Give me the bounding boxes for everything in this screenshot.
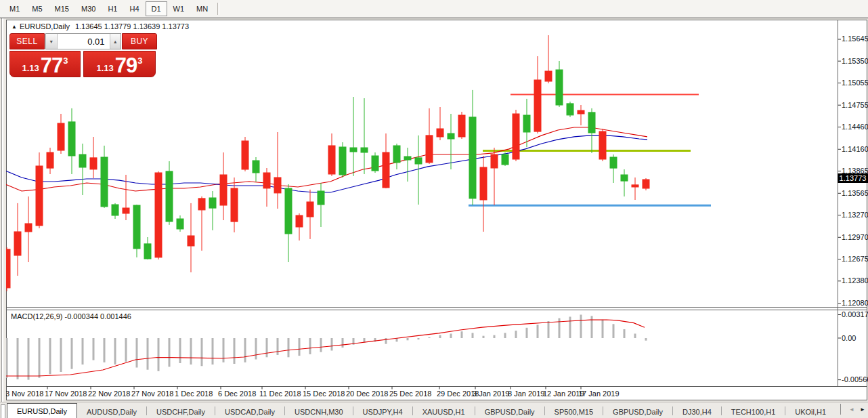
price-tick-label: 1.15055 [842,79,868,87]
tab-eurusd-daily[interactable]: EURUSD,Daily [7,403,77,418]
sell-price-digits: 77 [41,55,62,76]
lot-size-input[interactable] [58,34,110,49]
candle-body [177,219,183,229]
candle-body [296,215,303,227]
macd-tick-label: 0.00 [842,334,856,342]
candle-body [253,161,259,173]
tab-usdjpy-h4[interactable]: USDJPY,H4 [353,405,412,418]
candle-body [14,232,21,255]
candle-body [166,171,173,222]
chart-tab-bar: EURUSD,DailyAUDUSD,DailyUSDCHF,DailyUSDC… [0,402,868,418]
macd-histogram-bar [299,338,301,356]
macd-histogram-bar [39,338,41,378]
date-tick-label: 17 Jan 2019 [578,390,620,398]
macd-histogram-bar [591,316,593,338]
candle-body [523,115,530,132]
tab-usdchf-daily[interactable]: USDCHF,Daily [147,405,215,418]
price-tick-label: 1.12380 [842,276,868,285]
price-tick-label: 1.15645 [842,35,868,43]
lot-increase-button[interactable]: ▲ [110,34,121,49]
timeframe-button-m15[interactable]: M15 [49,1,75,16]
lot-size-control: ▼ ▲ [45,33,121,49]
timeframe-button-d1[interactable]: D1 [146,1,167,16]
chart-tabs: EURUSD,DailyAUDUSD,DailyUSDCHF,DailyUSDC… [7,403,836,418]
tab-bar-stub [1,404,5,418]
date-tick-label: 15 Dec 2018 [303,390,345,398]
macd-histogram-bar [71,338,73,369]
macd-histogram-bar [244,338,246,362]
price-tick-label: 1.14755 [842,101,868,109]
candle-body [404,156,411,160]
lot-decrease-button[interactable]: ▼ [46,34,58,49]
date-tick-label: 8 Jan 2019 [508,390,544,398]
macd-tick-label: -0.005667 [842,375,868,383]
date-tick-label: 6 Dec 2018 [218,390,256,398]
date-tick-label: 3 Jan 2019 [473,390,509,398]
candle-body [155,173,162,257]
one-click-trading-panel: SELL ▼ ▲ BUY 1.13 77 3 1.13 79 3 [9,33,157,77]
tab-usdcnh-m30[interactable]: USDCNH,M30 [285,405,353,418]
macd-histogram-bar [190,338,192,364]
macd-histogram-bar [504,333,506,338]
tab-sp500-m15[interactable]: SP500,M15 [545,405,603,418]
macd-histogram-bar [385,338,387,344]
candle-body [361,148,368,152]
candle-body [188,236,194,246]
candle-body [372,156,378,171]
macd-histogram-bar [645,338,647,341]
tab-usdcad-daily[interactable]: USDCAD,Daily [215,405,284,418]
timeframe-button-h4[interactable]: H4 [123,1,145,16]
macd-histogram-bar [559,318,561,338]
buy-price-display[interactable]: 1.13 79 3 [83,51,156,77]
macd-histogram-bar [201,338,203,366]
timeframe-button-m5[interactable]: M5 [26,1,48,16]
buy-price-pipette: 3 [137,56,142,66]
candle-body [123,208,129,213]
tab-ukoil-h1[interactable]: UKOil,H1 [785,405,836,418]
tab-xauusd-h1[interactable]: XAUUSD,H1 [413,405,475,418]
window-left-edge [0,18,6,402]
macd-histogram-bar [136,338,138,368]
timeframe-button-h1[interactable]: H1 [102,1,123,16]
tab-dj30-h4[interactable]: DJ30,H4 [673,405,721,418]
timeframe-button-mn[interactable]: MN [190,1,214,16]
date-tick-label: 11 Dec 2018 [259,390,301,398]
candle-body [567,104,573,115]
date-tick-label: 1 Dec 2018 [175,390,213,398]
date-tick-label: 27 Nov 2018 [131,390,173,398]
candle-body [513,114,519,159]
candle-body [274,177,281,193]
price-tick-label: 1.13565 [842,189,868,197]
candle-body [393,146,400,163]
candle-body [448,133,454,139]
sell-price-display[interactable]: 1.13 77 3 [9,51,81,77]
timeframe-buttons: M1M5M15M30H1H4D1W1MN [3,1,214,16]
date-tick-label: 20 Dec 2018 [346,390,388,398]
price-tick-label: 1.12080 [842,299,868,307]
candle-body [632,185,638,187]
date-tick-label: 13 Nov 2018 [1,390,43,398]
timeframe-button-m30[interactable]: M30 [75,1,102,16]
candle-body [383,152,389,188]
tabs-scroll-left-icon[interactable]: ◄ [846,406,857,413]
timeframe-button-w1[interactable]: W1 [167,1,191,16]
tab-tech100-h1[interactable]: TECH100,H1 [722,405,785,418]
toolbar-separator [217,3,219,15]
candle-body [90,158,97,169]
price-tick-label: 1.13270 [842,211,868,219]
buy-price-digits: 79 [115,55,137,76]
sell-button[interactable]: SELL [9,33,45,49]
tab-gbpusd-daily[interactable]: GBPUSD,Daily [475,405,544,418]
tab-audusd-daily[interactable]: AUDUSD,Daily [77,405,146,418]
tabs-scroll-right-icon[interactable]: ► [857,406,868,413]
tab-gbpusd-daily[interactable]: GBPUSD,Daily [603,405,672,418]
buy-button[interactable]: BUY [122,33,157,49]
candle-body [480,167,487,200]
candle-body [209,198,216,208]
timeframe-button-m1[interactable]: M1 [3,1,26,16]
candle-body [242,141,248,169]
candle-body [101,157,108,207]
candle-body [437,129,443,137]
macd-histogram-bar [288,338,290,357]
candle-body [458,115,465,137]
